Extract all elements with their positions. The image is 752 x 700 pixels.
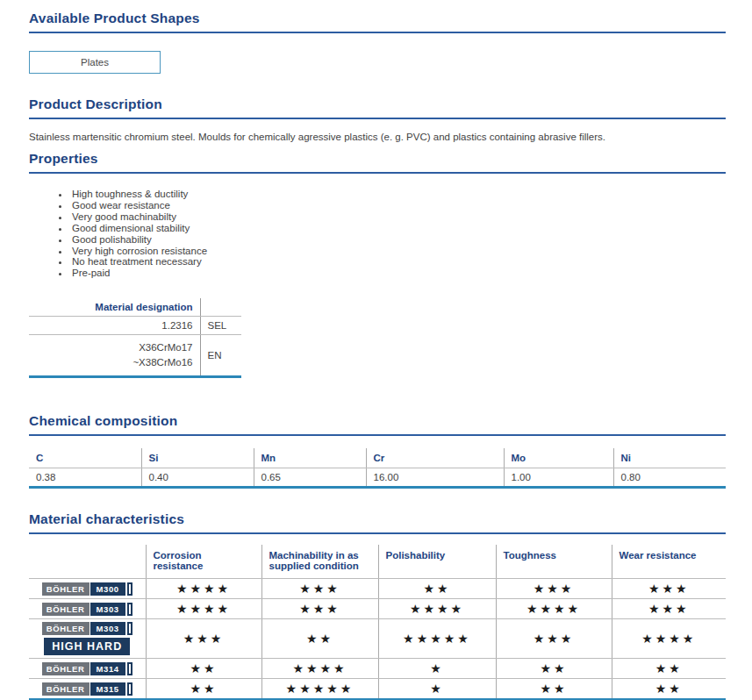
char-col-header: Toughness [496,545,612,579]
logo-end-cap-icon [127,582,132,596]
material-characteristics-table: Corrosion resistance Machinability in as… [29,545,726,700]
rating-stars: ★★★ [612,579,726,599]
grade-logo-cell: BÖHLERM315 [29,679,146,700]
bohler-logo: BÖHLERM315 [42,682,132,696]
rating-stars: ★★ [612,659,726,679]
section-available-shapes: Available Product Shapes Plates [29,11,726,74]
designation-value-line: ~X38CrMo16 [36,355,193,370]
char-col-header: Machinability in as supplied condition [261,545,378,579]
designation-row: X36CrMo17 ~X38CrMo16 EN [29,335,241,377]
property-item: Very good machinabilty [70,211,726,223]
grade-logo-cell: BÖHLERM314 [29,659,146,679]
material-designation-table: Material designation 1.2316 SEL X36CrMo1… [29,298,241,378]
section-material-characteristics: Material characteristics Corrosion resis… [29,511,726,700]
designation-value-line: X36CrMo17 [36,340,193,355]
char-col-header: Polishability [378,545,496,579]
chem-value: 16.00 [366,468,504,488]
rating-stars: ★★★★ [146,599,261,619]
grade-logo-cell: BÖHLERM303 [29,599,146,619]
logo-end-cap-icon [127,662,132,675]
chemical-composition-title: Chemical composition [29,413,726,429]
rating-stars: ★★ [146,679,261,700]
section-rule [29,32,726,33]
char-header-row: Corrosion resistance Machinability in as… [29,545,726,579]
chemical-composition-table: C Si Mn Cr Mo Ni 0.38 0.40 0.65 16.00 1.… [29,448,726,489]
available-shapes-title: Available Product Shapes [29,11,726,26]
chem-col-header: Mo [504,448,613,468]
rating-stars: ★★★★ [378,599,496,619]
high-hard-badge: HIGH HARD [44,638,130,655]
chem-col-header: C [29,448,141,468]
rating-stars: ★★★★ [261,659,378,679]
grade-row-m303: BÖHLERM303 ★★★★ ★★★ ★★★★ ★★★★ ★★★ [29,599,726,619]
char-col-header: Corrosion resistance [146,545,261,579]
logo-grade-segment: M303 [90,622,125,635]
plates-shape-button[interactable]: Plates [29,51,161,74]
chem-value: 0.65 [254,468,366,488]
product-description-text: Stainless martensitic chromium steel. Mo… [29,132,726,142]
rating-stars: ★★ [378,579,496,599]
property-item: Pre-paid [70,268,726,279]
logo-grade-segment: M300 [90,582,125,596]
chem-col-header: Mn [254,448,366,468]
section-chemical-composition: Chemical composition C Si Mn Cr Mo Ni 0.… [29,413,726,489]
grade-row-m300: BÖHLERM300 ★★★★ ★★★ ★★ ★★★ ★★★ [29,579,726,599]
rating-stars: ★★ [496,679,612,700]
designation-standard: EN [200,335,241,377]
logo-brand-segment: BÖHLER [42,662,90,675]
designation-standard: SEL [200,317,241,335]
rating-stars: ★★★★ [612,619,726,659]
chem-col-header: Ni [613,448,726,468]
chem-value: 1.00 [504,468,613,488]
property-item: Good polishability [70,234,726,246]
logo-end-cap-icon [127,622,132,635]
chem-col-header: Cr [366,448,504,468]
designation-row: 1.2316 SEL [29,317,241,335]
rating-stars: ★★★ [612,599,726,619]
rating-stars: ★★★ [496,579,612,599]
designation-header: Material designation [29,298,200,317]
bohler-logo: BÖHLERM303 [42,603,132,616]
rating-stars: ★★★★ [146,579,261,599]
grade-logo-cell: BÖHLERM300 [29,579,146,599]
property-item: High toughness & ductility [70,189,726,200]
rating-stars: ★★ [612,679,726,700]
chem-value: 0.40 [141,468,254,488]
rating-stars: ★★★ [496,619,612,659]
rating-stars: ★★★★★ [261,679,378,700]
material-characteristics-title: Material characteristics [29,511,726,527]
logo-grade-segment: M315 [90,682,125,696]
section-rule [29,532,726,534]
rating-stars: ★★ [496,659,612,679]
designation-value: X36CrMo17 ~X38CrMo16 [29,335,200,377]
logo-brand-segment: BÖHLER [42,622,90,635]
chem-value: 0.38 [29,468,141,488]
logo-brand-segment: BÖHLER [42,682,90,696]
chem-col-header: Si [141,448,254,468]
designation-header-spacer [200,298,241,317]
char-col-header: Wear resistance [612,545,726,579]
product-description-title: Product Description [29,96,726,112]
rating-stars: ★★ [146,659,261,679]
properties-title: Properties [29,151,726,167]
logo-end-cap-icon [127,603,132,616]
rating-stars: ★★★★★ [378,619,496,659]
property-item: Very high corrosion resistance [70,246,726,257]
grade-row-m314: BÖHLERM314 ★★ ★★★★ ★ ★★ ★★ [29,659,726,679]
property-item: No heat treatment necessary [70,256,726,268]
section-rule [29,434,726,436]
section-product-description: Product Description Stainless martensiti… [29,96,726,142]
bohler-logo: BÖHLERM303 [42,622,132,635]
chem-value-row: 0.38 0.40 0.65 16.00 1.00 0.80 [29,468,726,488]
grade-logo-cell: BÖHLERM303 HIGH HARD [29,619,146,659]
property-item: Good dimensional stability [70,223,726,234]
chem-value: 0.80 [613,468,726,488]
rating-stars: ★★★ [146,619,261,659]
designation-value: 1.2316 [29,317,200,335]
rating-stars: ★★★ [261,579,378,599]
logo-end-cap-icon [127,682,132,696]
logo-grade-segment: M303 [90,603,125,616]
rating-stars: ★★★★ [496,599,612,619]
datasheet-page: Available Product Shapes Plates Product … [0,0,752,700]
logo-brand-segment: BÖHLER [42,603,90,616]
